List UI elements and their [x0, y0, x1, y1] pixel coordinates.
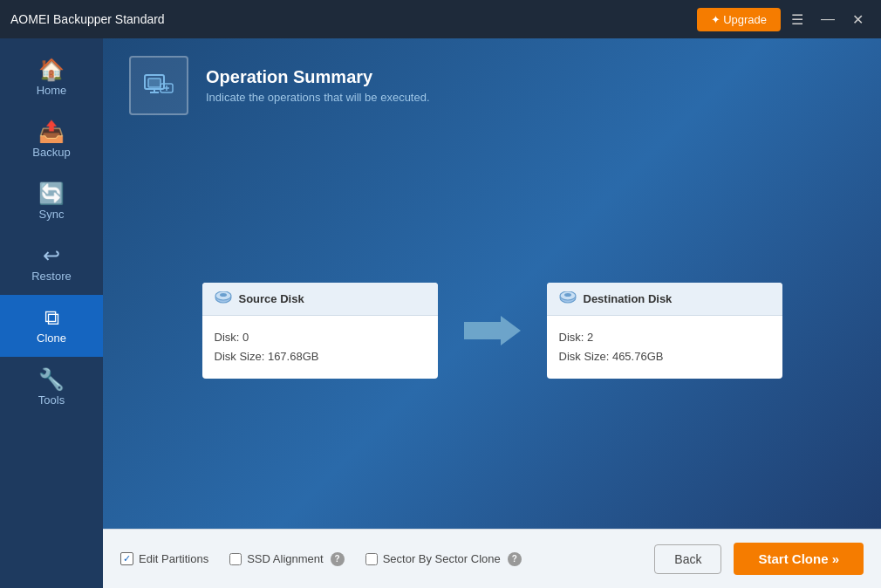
destination-disk-size: Disk Size: 465.76GB [559, 347, 770, 366]
footer: ✓ Edit Partitions SSD Alignment ? Sector… [103, 529, 881, 588]
sidebar-item-home[interactable]: 🏠 Home [0, 47, 103, 109]
sidebar-item-sync-label: Sync [39, 208, 65, 221]
back-button[interactable]: Back [654, 544, 721, 574]
sector-clone-checkbox[interactable] [365, 553, 378, 565]
header-icon-box [129, 56, 188, 115]
ssd-alignment-label: SSD Alignment [247, 552, 323, 565]
source-disk-icon [215, 290, 232, 308]
destination-disk-card: Destination Disk Disk: 2 Disk Size: 465.… [547, 283, 782, 379]
sidebar: 🏠 Home 📤 Backup 🔄 Sync ↩ Restore ⧉ Clone… [0, 38, 103, 588]
upgrade-button[interactable]: ✦ Upgrade [697, 8, 781, 31]
menu-button[interactable]: ☰ [784, 8, 810, 31]
home-icon: 🏠 [38, 59, 65, 80]
content-header: Operation Summary Indicate the operation… [103, 38, 881, 133]
titlebar: AOMEI Backupper Standard ✦ Upgrade ☰ — ✕ [0, 0, 881, 38]
sector-clone-item[interactable]: Sector By Sector Clone ? [365, 552, 522, 566]
edit-partitions-item[interactable]: ✓ Edit Partitions [120, 552, 208, 565]
header-text: Operation Summary Indicate the operation… [206, 67, 430, 104]
titlebar-right: ✦ Upgrade ☰ — ✕ [697, 8, 871, 31]
source-disk-number: Disk: 0 [215, 328, 426, 347]
tools-icon: 🔧 [38, 369, 65, 390]
destination-disk-info: Disk: 2 Disk Size: 465.76GB [559, 328, 770, 366]
sidebar-item-clone-label: Clone [37, 332, 66, 345]
footer-left: ✓ Edit Partitions SSD Alignment ? Sector… [120, 552, 522, 566]
page-subtitle: Indicate the operations that will be exe… [206, 91, 430, 104]
clone-icon: ⧉ [44, 307, 59, 328]
sidebar-item-clone[interactable]: ⧉ Clone [0, 295, 103, 357]
operation-summary-icon [141, 68, 176, 103]
backup-icon: 📤 [38, 121, 65, 142]
content-area: Operation Summary Indicate the operation… [103, 38, 881, 588]
titlebar-left: AOMEI Backupper Standard [10, 12, 165, 26]
minimize-button[interactable]: — [814, 8, 842, 31]
ssd-alignment-checkbox[interactable] [229, 553, 242, 565]
sidebar-item-restore-label: Restore [31, 270, 72, 283]
sector-clone-label: Sector By Sector Clone [383, 552, 501, 565]
page-title: Operation Summary [206, 67, 430, 87]
svg-point-13 [564, 293, 571, 297]
footer-right: Back Start Clone » [654, 543, 864, 575]
arrow-container [464, 311, 521, 351]
destination-disk-header: Destination Disk [547, 283, 782, 316]
sidebar-item-home-label: Home [37, 84, 67, 97]
source-disk-body: Disk: 0 Disk Size: 167.68GB [202, 316, 438, 379]
sidebar-item-backup[interactable]: 📤 Backup [0, 109, 103, 171]
sidebar-item-restore[interactable]: ↩ Restore [0, 233, 103, 295]
sync-icon: 🔄 [38, 183, 65, 204]
start-clone-button[interactable]: Start Clone » [734, 543, 864, 575]
sidebar-item-backup-label: Backup [32, 146, 70, 159]
ssd-alignment-item[interactable]: SSD Alignment ? [229, 552, 344, 566]
destination-disk-icon [559, 290, 577, 308]
source-disk-size: Disk Size: 167.68GB [215, 347, 426, 366]
sidebar-item-sync[interactable]: 🔄 Sync [0, 171, 103, 233]
destination-disk-body: Disk: 2 Disk Size: 465.76GB [547, 316, 782, 379]
edit-partitions-label: Edit Partitions [139, 552, 208, 565]
source-disk-label: Source Disk [239, 292, 304, 305]
destination-disk-number: Disk: 2 [559, 328, 770, 347]
source-disk-card: Source Disk Disk: 0 Disk Size: 167.68GB [202, 283, 438, 379]
destination-disk-label: Destination Disk [584, 292, 673, 305]
sidebar-item-tools-label: Tools [38, 393, 65, 407]
svg-rect-1 [148, 79, 160, 87]
svg-marker-10 [464, 316, 521, 345]
sidebar-item-tools[interactable]: 🔧 Tools [0, 357, 103, 419]
arrow-icon [464, 311, 521, 351]
ssd-alignment-help-icon[interactable]: ? [331, 552, 345, 566]
main-layout: 🏠 Home 📤 Backup 🔄 Sync ↩ Restore ⧉ Clone… [0, 38, 881, 588]
sector-clone-help-icon[interactable]: ? [508, 552, 522, 566]
operation-area: Source Disk Disk: 0 Disk Size: 167.68GB [103, 133, 881, 529]
close-button[interactable]: ✕ [845, 8, 871, 31]
source-disk-info: Disk: 0 Disk Size: 167.68GB [215, 328, 426, 366]
app-title: AOMEI Backupper Standard [10, 12, 165, 26]
svg-point-9 [220, 293, 227, 297]
source-disk-header: Source Disk [202, 283, 438, 316]
restore-icon: ↩ [43, 245, 60, 266]
edit-partitions-checkbox[interactable]: ✓ [120, 552, 133, 565]
